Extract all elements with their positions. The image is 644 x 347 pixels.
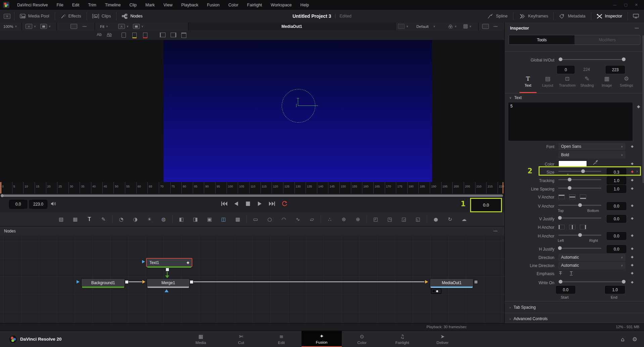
h-justify-slider[interactable]: [558, 246, 601, 250]
shape-3d-tool-icon[interactable]: ◳: [386, 216, 394, 222]
spline-button[interactable]: Spline: [482, 10, 513, 23]
tracking-keyframe-diamond-icon[interactable]: ◆: [631, 178, 634, 182]
v-anchor-slider[interactable]: [558, 203, 601, 207]
color-keyframe-diamond-icon[interactable]: ◆: [631, 162, 634, 165]
h-anchor-slider-handle[interactable]: [578, 233, 582, 237]
mediaout1-input-triangle[interactable]: [425, 280, 428, 284]
write-on-keyframe-diamond-icon[interactable]: ◆: [631, 280, 634, 284]
h-anchor-center-button[interactable]: [569, 225, 576, 229]
page-tab-cut[interactable]: ✄Cut: [221, 331, 261, 347]
clips-button[interactable]: Clips: [87, 10, 117, 23]
direction-keyframe-diamond-icon[interactable]: ◆: [631, 255, 634, 259]
spin-tool-icon[interactable]: ↻: [446, 216, 454, 222]
guide-a2-dropdown[interactable]: A∨: [118, 23, 129, 30]
style-page-icon[interactable]: [122, 33, 126, 38]
v-anchor-top-button[interactable]: [558, 194, 565, 199]
zoom-level-dropdown[interactable]: 100%∨: [3, 23, 17, 30]
tab-tools[interactable]: Tools: [509, 35, 574, 44]
tab-spacing-section[interactable]: › Tab Spacing: [505, 304, 644, 311]
duration-field[interactable]: 223.0: [29, 200, 47, 209]
ellipse-mask-tool-icon[interactable]: ○: [266, 216, 274, 222]
keyframes-button[interactable]: Keyframes: [513, 10, 554, 23]
global-in-field[interactable]: 0: [557, 66, 574, 74]
menu-item-trim[interactable]: Trim: [84, 3, 101, 7]
viewer-canvas[interactable]: [0, 40, 504, 182]
inspector-tab-layout[interactable]: ▤Layout: [538, 75, 558, 93]
line-direction-dropdown[interactable]: Automatic∨: [558, 262, 626, 269]
settings-gear-icon[interactable]: ⚙: [632, 336, 637, 343]
minimize-icon[interactable]: —: [613, 3, 616, 7]
effects-button[interactable]: Effects: [55, 10, 87, 23]
fastnoise-tool-icon[interactable]: ▦: [71, 216, 79, 222]
mute-audio-icon[interactable]: [50, 201, 57, 207]
inspector-tab-image[interactable]: ▦Image: [597, 75, 617, 93]
menu-item-workspace[interactable]: Workspace: [266, 3, 296, 7]
emphasis-keyframe-diamond-icon[interactable]: ◆: [631, 271, 634, 275]
global-in-out-slider[interactable]: [558, 57, 624, 61]
polygon-mask-tool-icon[interactable]: ◠: [280, 216, 288, 222]
merge-3d-tool-icon[interactable]: ◲: [400, 216, 408, 222]
v-anchor-field[interactable]: 0.0: [607, 202, 626, 210]
font-keyframe-diamond-icon[interactable]: ◆: [631, 144, 634, 148]
text-style-ab-icon[interactable]: Ab: [97, 32, 102, 37]
insert-right-icon[interactable]: [171, 33, 176, 37]
line-spacing-field[interactable]: 1.0: [607, 185, 626, 193]
play-reverse-button[interactable]: [234, 201, 238, 206]
play-forward-button[interactable]: [258, 201, 262, 206]
metadata-button[interactable]: Metadata: [554, 10, 591, 23]
region-dropdown[interactable]: ∨: [398, 23, 408, 30]
menu-item-color[interactable]: Color: [224, 3, 243, 7]
dve-tool-icon[interactable]: ▣: [205, 216, 214, 222]
v-justify-slider-handle[interactable]: [558, 216, 562, 220]
style-page-yellow-icon[interactable]: [132, 33, 137, 38]
bspline-mask-tool-icon[interactable]: ∿: [294, 216, 302, 222]
guide-a-dropdown[interactable]: A∨: [26, 23, 36, 30]
v-anchor-keyframe-diamond-icon[interactable]: ◆: [631, 204, 634, 207]
inspector-scrollbar[interactable]: [643, 35, 644, 183]
menu-item-fairlight[interactable]: Fairlight: [243, 3, 266, 7]
text1-input-triangle[interactable]: [142, 260, 145, 263]
menu-item-file[interactable]: File: [52, 3, 67, 7]
v-justify-slider[interactable]: [558, 216, 601, 220]
home-icon[interactable]: ⌂: [621, 336, 625, 343]
text-transform-widget[interactable]: [282, 89, 315, 123]
page-tab-edit[interactable]: ≡Edit: [261, 331, 302, 347]
h-justify-keyframe-diamond-icon[interactable]: ◆: [631, 247, 634, 250]
font-style-dropdown[interactable]: Bold∨: [558, 151, 626, 159]
inspector-button[interactable]: Inspector: [591, 10, 628, 23]
viewer-more-button[interactable]: •••: [494, 23, 498, 30]
loop-playback-button[interactable]: [281, 201, 288, 207]
blur-tool-icon[interactable]: ◍: [159, 216, 168, 222]
line-direction-keyframe-diamond-icon[interactable]: ◆: [631, 263, 634, 267]
close-icon[interactable]: ✕: [635, 3, 638, 7]
particle-merge-tool-icon[interactable]: ⊛: [340, 216, 348, 222]
global-in-handle[interactable]: [559, 57, 562, 61]
page-tab-deliver[interactable]: ➤Deliver: [422, 331, 463, 347]
direction-dropdown[interactable]: Automatic∨: [558, 254, 626, 261]
playhead[interactable]: [0, 182, 1, 193]
h-justify-slider-handle[interactable]: [558, 246, 562, 250]
page-tab-color[interactable]: ⊙Color: [342, 331, 382, 347]
menu-item-clip[interactable]: Clip: [125, 3, 141, 7]
page-tab-fairlight[interactable]: ♫Fairlight: [382, 331, 422, 347]
guide-b-dropdown[interactable]: ∨: [40, 23, 51, 30]
node-text1[interactable]: Text1 ◈: [146, 258, 192, 267]
text-section-header[interactable]: ∨ Text: [505, 95, 644, 100]
cloud-tool-icon[interactable]: ☁: [460, 216, 468, 222]
v-anchor-bottom-button[interactable]: [580, 194, 586, 199]
write-on-start-handle[interactable]: [559, 280, 562, 284]
transform-tool-icon[interactable]: ▩: [234, 216, 242, 222]
h-anchor-right-button[interactable]: [580, 225, 586, 229]
eyedropper-icon[interactable]: [593, 160, 598, 165]
inspector-tab-transform[interactable]: ⊡Transform: [557, 75, 577, 93]
mediaout1-output-square[interactable]: [474, 280, 478, 284]
text1-output-square[interactable]: [166, 268, 169, 271]
insert-left-icon[interactable]: [160, 33, 166, 37]
insert-top-icon[interactable]: [181, 33, 186, 38]
image-plane-3d-tool-icon[interactable]: ◰: [372, 216, 380, 222]
page-tab-media[interactable]: ▦Media: [181, 331, 221, 347]
inspector-tab-text[interactable]: TText: [518, 75, 538, 93]
merge-tool-icon[interactable]: ◧: [177, 216, 185, 222]
menu-item-davinci-resolve[interactable]: DaVinci Resolve: [13, 3, 52, 7]
current-frame-field[interactable]: 0.0: [9, 200, 27, 209]
